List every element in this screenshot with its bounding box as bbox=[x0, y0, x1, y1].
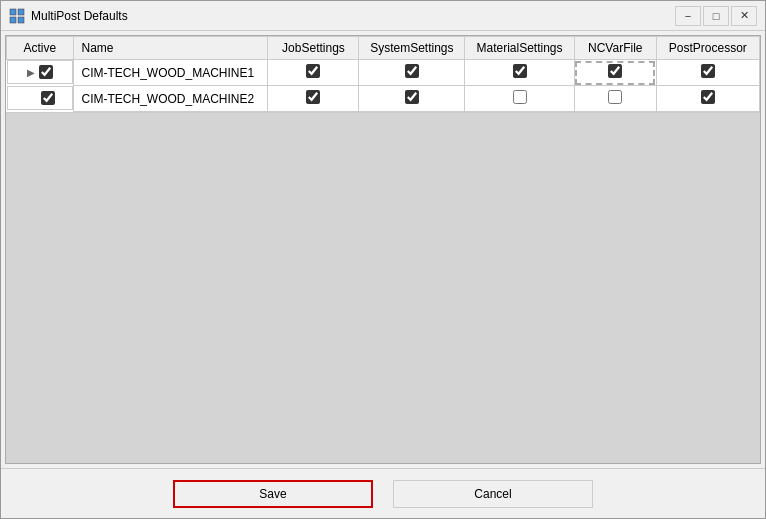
checkbox-ncvarfile-0[interactable] bbox=[608, 64, 622, 78]
svg-rect-3 bbox=[18, 17, 24, 23]
cell-jobsettings-1 bbox=[268, 86, 359, 112]
checkbox-jobsettings-0[interactable] bbox=[306, 64, 320, 78]
col-header-systemsettings: SystemSettings bbox=[359, 37, 465, 60]
cell-postprocessor-1 bbox=[656, 86, 759, 112]
col-header-materialsettings: MaterialSettings bbox=[465, 37, 575, 60]
window-title: MultiPost Defaults bbox=[31, 9, 128, 23]
col-header-postprocessor: PostProcessor bbox=[656, 37, 759, 60]
row-selected-arrow-icon: ▶ bbox=[27, 67, 35, 78]
cell-name-0: CIM-TECH_WOOD_MACHINE1 bbox=[73, 60, 268, 86]
empty-space bbox=[6, 113, 760, 463]
svg-rect-0 bbox=[10, 9, 16, 15]
col-header-ncvarfile: NCVarFile bbox=[574, 37, 656, 60]
table-row: ▶CIM-TECH_WOOD_MACHINE1 bbox=[7, 60, 760, 86]
cell-postprocessor-0 bbox=[656, 60, 759, 86]
checkbox-active-0[interactable] bbox=[39, 65, 53, 79]
main-window: MultiPost Defaults − □ ✕ Active Name Job… bbox=[0, 0, 766, 519]
checkbox-jobsettings-1[interactable] bbox=[306, 90, 320, 104]
close-button[interactable]: ✕ bbox=[731, 6, 757, 26]
cell-systemsettings-1 bbox=[359, 86, 465, 112]
cell-active-1 bbox=[7, 86, 73, 110]
footer: Save Cancel bbox=[1, 468, 765, 518]
cell-materialsettings-0 bbox=[465, 60, 575, 86]
col-header-jobsettings: JobSettings bbox=[268, 37, 359, 60]
table-header-row: Active Name JobSettings SystemSettings M… bbox=[7, 37, 760, 60]
cell-ncvarfile-0 bbox=[574, 60, 656, 86]
checkbox-active-1[interactable] bbox=[41, 91, 55, 105]
cell-name-1: CIM-TECH_WOOD_MACHINE2 bbox=[73, 86, 268, 112]
checkbox-materialsettings-0[interactable] bbox=[513, 64, 527, 78]
table-row: CIM-TECH_WOOD_MACHINE2 bbox=[7, 86, 760, 112]
col-header-active: Active bbox=[7, 37, 74, 60]
app-icon bbox=[9, 8, 25, 24]
save-button[interactable]: Save bbox=[173, 480, 373, 508]
svg-rect-2 bbox=[10, 17, 16, 23]
content-area: Active Name JobSettings SystemSettings M… bbox=[1, 31, 765, 468]
checkbox-postprocessor-1[interactable] bbox=[701, 90, 715, 104]
title-bar: MultiPost Defaults − □ ✕ bbox=[1, 1, 765, 31]
maximize-button[interactable]: □ bbox=[703, 6, 729, 26]
checkbox-materialsettings-1[interactable] bbox=[513, 90, 527, 104]
minimize-button[interactable]: − bbox=[675, 6, 701, 26]
cell-jobsettings-0 bbox=[268, 60, 359, 86]
checkbox-postprocessor-0[interactable] bbox=[701, 64, 715, 78]
checkbox-systemsettings-0[interactable] bbox=[405, 64, 419, 78]
svg-rect-1 bbox=[18, 9, 24, 15]
title-bar-left: MultiPost Defaults bbox=[9, 8, 128, 24]
data-table: Active Name JobSettings SystemSettings M… bbox=[6, 36, 760, 112]
cell-active-0: ▶ bbox=[7, 60, 73, 84]
main-content: Active Name JobSettings SystemSettings M… bbox=[5, 35, 761, 464]
cancel-button[interactable]: Cancel bbox=[393, 480, 593, 508]
cell-systemsettings-0 bbox=[359, 60, 465, 86]
checkbox-systemsettings-1[interactable] bbox=[405, 90, 419, 104]
cell-materialsettings-1 bbox=[465, 86, 575, 112]
col-header-name: Name bbox=[73, 37, 268, 60]
title-bar-controls: − □ ✕ bbox=[675, 6, 757, 26]
table-wrapper: Active Name JobSettings SystemSettings M… bbox=[6, 36, 760, 113]
cell-ncvarfile-1 bbox=[574, 86, 656, 112]
checkbox-ncvarfile-1[interactable] bbox=[608, 90, 622, 104]
